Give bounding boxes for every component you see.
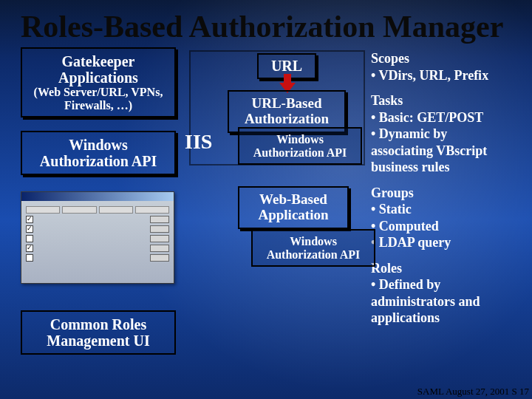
windows-api-center-1: Windows Authorization API (238, 127, 362, 165)
center-column: IIS URL URL-Based Authorization Windows … (192, 47, 362, 355)
slide-body: Gatekeeper Applications (Web Server/URL,… (21, 47, 511, 355)
slide-title: Roles-Based Authorization Manager (21, 10, 511, 43)
groups-list: Static Computed LDAP query (371, 201, 511, 251)
roles-heading: Roles (371, 260, 511, 277)
screenshot-row (26, 216, 169, 223)
windows-api-center-1-label: Windows Authorization API (244, 133, 356, 159)
screenshot-row (26, 235, 169, 242)
list-item: Computed (371, 218, 511, 235)
web-based-app-label: Web-Based Application (244, 192, 343, 223)
footer-note: SAML August 27, 2001 S 17 (417, 386, 529, 398)
list-item: VDirs, URL, Prefix (371, 67, 511, 84)
windows-api-center-2-label: Windows Authorization API (257, 235, 369, 261)
gatekeeper-title: Gatekeeper Applications (27, 53, 170, 86)
screenshot-button (150, 225, 169, 233)
right-column: Scopes VDirs, URL, Prefix Tasks Basic: G… (371, 47, 511, 355)
tasks-list: Basic: GET/POST Dynamic by associating V… (371, 109, 511, 176)
checkbox-icon (26, 225, 33, 233)
screenshot-titlebar (21, 192, 174, 201)
checkbox-icon (26, 216, 33, 223)
screenshot-row (26, 254, 169, 262)
roles-list: Defined by administrators and applicatio… (371, 276, 511, 327)
groups-heading: Groups (371, 185, 511, 202)
scopes-list: VDirs, URL, Prefix (371, 67, 511, 84)
screenshot-button (150, 235, 169, 242)
list-item: LDAP query (371, 234, 511, 251)
scopes-heading: Scopes (371, 50, 511, 67)
common-roles-ui-box: Common Roles Management UI (21, 310, 176, 355)
screenshot-tab (99, 206, 133, 214)
screenshot-tab (62, 206, 96, 214)
gatekeeper-box: Gatekeeper Applications (Web Server/URL,… (21, 47, 176, 117)
checkbox-icon (26, 254, 33, 262)
gatekeeper-subtitle: (Web Server/URL, VPNs, Firewalls, …) (27, 86, 170, 112)
url-based-auth-label: URL-Based Authorization (233, 96, 340, 127)
url-pill-label: URL (271, 58, 302, 74)
common-roles-ui-label: Common Roles Management UI (27, 316, 170, 349)
iis-label: IIS (185, 130, 212, 154)
screenshot-tab (26, 206, 60, 214)
slide: Roles-Based Authorization Manager Gateke… (0, 0, 532, 399)
list-item: Static (371, 201, 511, 218)
web-based-app-box: Web-Based Application (238, 186, 349, 229)
screenshot-button (150, 216, 169, 223)
screenshot-row (26, 245, 169, 252)
center-diagram: IIS URL URL-Based Authorization Windows … (192, 47, 362, 355)
list-item: Defined by administrators and applicatio… (371, 276, 511, 327)
windows-api-left-box: Windows Authorization API (21, 131, 176, 175)
screenshot-button (150, 245, 169, 252)
screenshot-tab (135, 206, 169, 214)
list-item: Dynamic by associating VBscript business… (371, 126, 511, 176)
screenshot-button (150, 254, 169, 262)
left-column: Gatekeeper Applications (Web Server/URL,… (21, 47, 183, 355)
tasks-heading: Tasks (371, 92, 511, 109)
checkbox-icon (26, 245, 33, 252)
windows-api-left-label: Windows Authorization API (27, 137, 170, 169)
list-item: Basic: GET/POST (371, 109, 511, 126)
roles-ui-screenshot (21, 191, 174, 284)
windows-api-center-2: Windows Authorization API (251, 229, 375, 267)
screenshot-row (26, 225, 169, 233)
checkbox-icon (26, 235, 33, 242)
screenshot-tabs (26, 206, 169, 214)
